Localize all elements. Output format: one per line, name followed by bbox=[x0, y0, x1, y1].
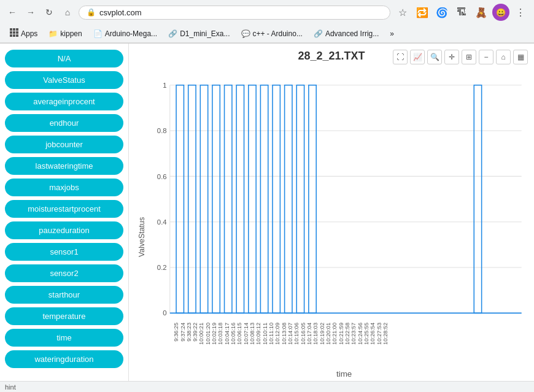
svg-text:10:28:52: 10:28:52 bbox=[382, 323, 389, 345]
svg-text:10:26:54: 10:26:54 bbox=[370, 323, 376, 345]
svg-text:10:13:08: 10:13:08 bbox=[281, 323, 287, 345]
bookmark-arduino-mega[interactable]: 📄 Arduino-Mega... bbox=[88, 28, 162, 40]
bookmark-advanced-irrig[interactable]: 🔗 Advanced Irrig... bbox=[309, 28, 384, 40]
chart-svg: ValveStatus 0 0.2 0.4 0.6 0.8 1 bbox=[135, 67, 528, 388]
svg-text:10:22:58: 10:22:58 bbox=[344, 323, 350, 345]
svg-rect-7 bbox=[13, 34, 15, 37]
x-axis-ticks: 9:36:25 9:37:24 9:38:23 9:39:22 10:00:21… bbox=[173, 323, 389, 345]
svg-text:10:00:21: 10:00:21 bbox=[198, 323, 204, 345]
y-tick-1: 1 bbox=[163, 82, 166, 89]
chart-tool-box[interactable]: ⊞ bbox=[462, 50, 476, 64]
chart-tool-bar[interactable]: ▦ bbox=[513, 50, 528, 64]
sidebar-btn-temperature[interactable]: temperature bbox=[5, 307, 123, 325]
svg-text:10:03:18: 10:03:18 bbox=[217, 323, 223, 345]
sidebar-btn-moisturestartprocent[interactable]: moisturestartprocent bbox=[5, 200, 123, 218]
bar-10 bbox=[285, 85, 292, 313]
svg-text:10:21:00: 10:21:00 bbox=[331, 323, 338, 345]
bar-6 bbox=[236, 85, 244, 313]
svg-text:10:10:11: 10:10:11 bbox=[262, 323, 268, 345]
svg-text:10:02:19: 10:02:19 bbox=[211, 323, 217, 345]
sidebar: N/A ValveStatus averageinprocent endhour… bbox=[0, 44, 129, 392]
sidebar-btn-valvestatus[interactable]: ValveStatus bbox=[5, 71, 123, 89]
bookmark-d1-mini[interactable]: 🔗 D1_mini_Exa... bbox=[163, 28, 234, 40]
bookmark-advanced-irrig-label: Advanced Irrig... bbox=[325, 29, 379, 38]
bookmark-cpp-arduino[interactable]: 💬 c++ - Arduino... bbox=[236, 28, 308, 40]
svg-rect-4 bbox=[13, 31, 15, 34]
sidebar-btn-wateringduration[interactable]: wateringduration bbox=[5, 350, 123, 368]
y-axis-label: ValveStatus bbox=[137, 217, 146, 257]
puzzle-button[interactable]: 🧸 bbox=[473, 4, 490, 21]
sidebar-btn-maxjobs[interactable]: maxjobs bbox=[5, 179, 123, 196]
bar-12 bbox=[309, 85, 316, 313]
bookmark-kippen-label: kippen bbox=[60, 29, 82, 38]
svg-text:10:23:57: 10:23:57 bbox=[350, 323, 357, 345]
chart-tool-plus[interactable]: ✛ bbox=[444, 50, 459, 64]
apps-label: Apps bbox=[21, 29, 37, 38]
svg-text:10:27:53: 10:27:53 bbox=[376, 323, 382, 345]
svg-rect-8 bbox=[16, 34, 18, 37]
svg-text:10:04:17: 10:04:17 bbox=[224, 323, 230, 345]
y-tick-08: 0.8 bbox=[157, 127, 167, 134]
refresh-button[interactable]: ↻ bbox=[42, 5, 56, 20]
svg-text:10:12:09: 10:12:09 bbox=[274, 323, 281, 345]
home-button[interactable]: ⌂ bbox=[60, 5, 75, 20]
star-button[interactable]: ☆ bbox=[394, 4, 411, 21]
menu-button[interactable]: ⋮ bbox=[512, 4, 529, 21]
address-bar[interactable]: 🔒 csvplot.com bbox=[79, 6, 390, 20]
bookmark-kippen[interactable]: 📁 kippen bbox=[44, 28, 87, 40]
svg-text:10:08:13: 10:08:13 bbox=[249, 323, 255, 345]
bar-2 bbox=[188, 85, 196, 313]
svg-text:10:21:59: 10:21:59 bbox=[338, 323, 344, 345]
sidebar-btn-pauzeduration[interactable]: pauzeduration bbox=[5, 221, 123, 239]
bookmark-arduino-mega-label: Arduino-Mega... bbox=[105, 29, 157, 38]
chart-tool-line[interactable]: 📈 bbox=[410, 50, 425, 64]
bottom-bar-text: hint bbox=[5, 383, 16, 391]
sidebar-btn-sensor1[interactable]: sensor1 bbox=[5, 243, 123, 261]
svg-text:10:17:04: 10:17:04 bbox=[306, 323, 312, 345]
sidebar-btn-time[interactable]: time bbox=[5, 329, 123, 347]
svg-rect-3 bbox=[10, 31, 12, 34]
y-tick-02: 0.2 bbox=[157, 264, 167, 271]
bar-8 bbox=[260, 85, 268, 313]
svg-text:10:25:55: 10:25:55 bbox=[363, 323, 370, 345]
svg-text:10:01:20: 10:01:20 bbox=[205, 323, 211, 345]
sidebar-btn-averageinprocent[interactable]: averageinprocent bbox=[5, 93, 123, 110]
chart-tool-fullscreen[interactable]: ⛶ bbox=[393, 50, 408, 64]
bar-7 bbox=[249, 85, 256, 313]
account-button[interactable]: 🔁 bbox=[414, 4, 431, 21]
x-axis-label: time bbox=[336, 369, 352, 379]
sidebar-btn-starthour[interactable]: starthour bbox=[5, 286, 123, 304]
sidebar-btn-endhour[interactable]: endhour bbox=[5, 114, 123, 132]
svg-text:9:36:25: 9:36:25 bbox=[173, 323, 179, 342]
bar-13 bbox=[474, 85, 481, 313]
chart-toolbar: ⛶ 📈 🔍 ✛ ⊞ − ⌂ ▦ bbox=[393, 50, 528, 64]
bookmark-more[interactable]: » bbox=[385, 28, 399, 40]
back-button[interactable]: ← bbox=[5, 5, 20, 20]
extension2-button[interactable]: 🏗 bbox=[453, 4, 470, 21]
sidebar-btn-na[interactable]: N/A bbox=[5, 50, 123, 67]
svg-text:9:39:22: 9:39:22 bbox=[192, 323, 198, 342]
bookmark-cpp-arduino-label: c++ - Arduino... bbox=[253, 29, 303, 38]
sidebar-btn-lastwateringtime[interactable]: lastwateringtime bbox=[5, 157, 123, 175]
sidebar-btn-sensor2[interactable]: sensor2 bbox=[5, 264, 123, 282]
forward-button[interactable]: → bbox=[23, 5, 38, 20]
apps-bookmark[interactable]: Apps bbox=[5, 26, 42, 40]
svg-text:10:05:16: 10:05:16 bbox=[230, 323, 236, 345]
sidebar-btn-jobcounter[interactable]: jobcounter bbox=[5, 136, 123, 153]
y-tick-0: 0 bbox=[163, 309, 166, 317]
chat-icon: 💬 bbox=[241, 29, 250, 38]
chart-tool-minus[interactable]: − bbox=[479, 50, 493, 64]
chart-title: 28_2_21.TXT bbox=[298, 50, 365, 63]
bar-4 bbox=[212, 85, 220, 313]
github-icon: 🔗 bbox=[168, 29, 177, 38]
chart-tool-zoom[interactable]: 🔍 bbox=[427, 50, 442, 64]
extension-button[interactable]: 🌀 bbox=[433, 4, 451, 21]
svg-rect-6 bbox=[10, 34, 12, 37]
profile-button[interactable]: 😀 bbox=[492, 4, 509, 21]
svg-text:10:18:03: 10:18:03 bbox=[312, 323, 319, 345]
link-icon: 🔗 bbox=[314, 29, 323, 38]
svg-text:10:15:06: 10:15:06 bbox=[293, 323, 300, 345]
chart-tool-home[interactable]: ⌂ bbox=[496, 50, 511, 64]
bar-3 bbox=[200, 85, 207, 313]
svg-rect-2 bbox=[16, 28, 18, 31]
